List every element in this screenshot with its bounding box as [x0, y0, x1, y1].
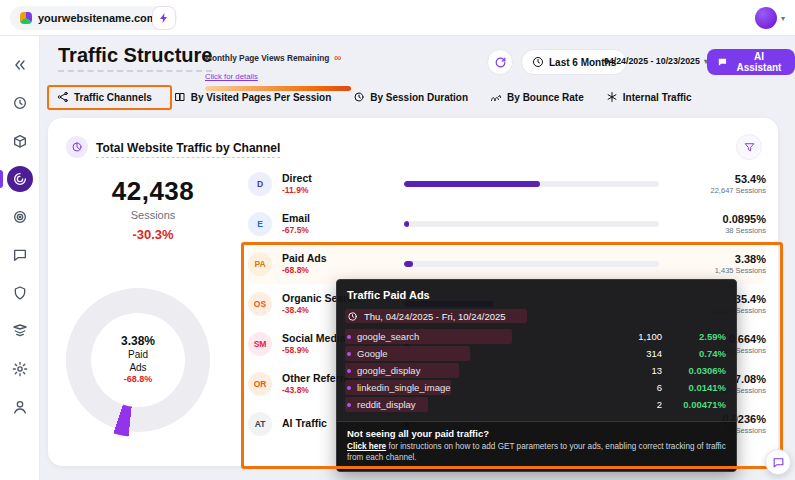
tooltip-date-range: Thu, 04/24/2025 - Fri, 10/24/2025: [364, 311, 506, 322]
tooltip-row-value: 1,100: [552, 331, 662, 342]
bounce-icon: [490, 91, 502, 103]
donut-center-change: -68.8%: [124, 374, 153, 385]
donut-center-label1: Paid: [128, 349, 148, 362]
network-icon: [57, 91, 69, 103]
monthly-views-details-link[interactable]: Click for details: [205, 72, 258, 81]
channel-badge: AT: [248, 412, 272, 436]
tooltip-row-value: 13: [552, 365, 662, 376]
ai-assistant-label: AI Assistant: [733, 51, 785, 73]
tooltip-row: Google 314 0.74%: [347, 345, 726, 362]
tooltip-row-pct: 2.59%: [662, 331, 726, 342]
tooltip-row-pct: 0.0306%: [662, 365, 726, 376]
gear-icon[interactable]: [7, 356, 33, 382]
date-range-selector[interactable]: 04/24/2025 - 10/23/2025 ▾: [604, 56, 708, 66]
tab-session-duration[interactable]: By Session Duration: [353, 91, 468, 103]
tab-label: By Bounce Rate: [507, 92, 584, 103]
monthly-views-widget: Monthly Page Views Remaining∞ Click for …: [205, 47, 363, 91]
products-icon[interactable]: [7, 128, 33, 154]
channel-stats: 53.4% 22,647 Sessions: [659, 172, 766, 196]
refresh-icon: [494, 56, 507, 69]
account-menu[interactable]: ▾: [755, 7, 785, 29]
tooltip-row-pct: 0.00471%: [662, 399, 726, 410]
channel-row[interactable]: PA Paid Ads -68.8% 3.38% 1,435 Sessions: [248, 244, 766, 284]
tooltip-footer: Not seeing all your paid traffic? Click …: [337, 421, 736, 471]
bullet-icon: [347, 369, 351, 373]
channel-badge: E: [248, 212, 272, 236]
bullet-icon: [347, 352, 351, 356]
goals-icon[interactable]: [7, 204, 33, 230]
topbar: yourwebsitename.com ▾ ▾: [0, 0, 795, 36]
donut-chart[interactable]: 3.38% Paid Ads -68.8%: [66, 288, 210, 432]
channel-badge: OR: [248, 372, 272, 396]
channel-percent: 53.4%: [659, 172, 766, 186]
tooltip-row-name: Google: [357, 348, 552, 359]
tooltip-rows: google_search 1,100 2.59% Google 314 0.7…: [347, 328, 726, 413]
totals-block: 42,438 Sessions -30.3%: [62, 176, 244, 242]
channel-row[interactable]: D Direct -11.9% 53.4% 22,647 Sessions: [248, 164, 766, 204]
channel-badge: SM: [248, 332, 272, 356]
page-title: Traffic Structure: [58, 44, 212, 72]
total-sessions-label: Sessions: [62, 209, 244, 221]
tooltip-click-here-link[interactable]: Click here: [347, 442, 386, 451]
tab-label: Internal Traffic: [623, 92, 692, 103]
tab-label: Traffic Channels: [74, 92, 152, 103]
user-icon[interactable]: [7, 394, 33, 420]
tooltip-footer-title: Not seeing all your paid traffic?: [347, 428, 726, 439]
bullet-icon: [347, 403, 351, 407]
pie-chart-icon: [66, 136, 88, 158]
channel-stats: 3.38% 1,435 Sessions: [659, 252, 766, 276]
chat-bubble-icon: [772, 456, 785, 469]
tooltip-row: google_search 1,100 2.59%: [347, 328, 726, 345]
tooltip-row-value: 314: [552, 348, 662, 359]
shield-icon[interactable]: [7, 280, 33, 306]
tab-label: By Visited Pages Per Session: [191, 92, 331, 103]
clock-icon: [353, 91, 365, 103]
ai-assistant-button[interactable]: AI Assistant: [707, 49, 795, 75]
clock-icon: [347, 311, 358, 322]
channel-percent: 0.0895%: [659, 212, 766, 226]
tabs: Traffic Channels By Visited Pages Per Se…: [57, 91, 692, 103]
tooltip-row-pct: 0.74%: [662, 348, 726, 359]
tab-traffic-channels[interactable]: Traffic Channels: [57, 91, 152, 103]
date-range-text: 04/24/2025 - 10/23/2025: [604, 56, 700, 66]
tooltip-date-row: Thu, 04/24/2025 - Fri, 10/24/2025: [347, 308, 726, 324]
channel-row[interactable]: E Email -67.5% 0.0895% 38 Sessions: [248, 204, 766, 244]
channel-badge: D: [248, 172, 272, 196]
tab-internal-traffic[interactable]: Internal Traffic: [606, 91, 692, 103]
channel-change: -11.9%: [282, 185, 404, 196]
tab-visited-pages-per-session[interactable]: By Visited Pages Per Session: [174, 91, 331, 103]
refresh-button[interactable]: [487, 49, 513, 75]
tooltip-row: reddit_display 2 0.00471%: [347, 396, 726, 413]
card-title: Total Website Traffic by Channel: [96, 141, 280, 158]
channel-bar: [404, 261, 659, 267]
channel-name: Paid Ads: [282, 252, 404, 266]
total-sessions-value: 42,438: [62, 176, 244, 207]
donut-center: 3.38% Paid Ads -68.8%: [91, 313, 185, 407]
channel-meta: Paid Ads -68.8%: [282, 252, 404, 277]
messages-icon[interactable]: [7, 242, 33, 268]
tooltip-row-name: google_search: [357, 331, 552, 342]
tooltip-footer-rest: for instructions on how to add GET param…: [347, 442, 726, 462]
sidebar-item-traffic-structure[interactable]: [7, 166, 33, 192]
collapse-sidebar-icon[interactable]: [7, 52, 33, 78]
tooltip-row-value: 2: [552, 399, 662, 410]
filter-button[interactable]: [736, 134, 762, 160]
monthly-views-label: Monthly Page Views Remaining: [205, 53, 329, 63]
chat-launcher-button[interactable]: [765, 449, 791, 475]
channel-badge: OS: [248, 292, 272, 316]
channel-sessions: 38 Sessions: [659, 226, 766, 236]
channel-sessions: 1,435 Sessions: [659, 266, 766, 276]
bolt-icon: [158, 12, 170, 24]
website-domain: yourwebsitename.com: [38, 12, 157, 24]
tab-bounce-rate[interactable]: By Bounce Rate: [490, 91, 584, 103]
funnels-icon[interactable]: [7, 318, 33, 344]
channel-name: Email: [282, 212, 404, 226]
channel-badge: PA: [248, 252, 272, 276]
avatar[interactable]: [755, 7, 777, 29]
tooltip-row-pct: 0.0141%: [662, 382, 726, 393]
quick-actions-button[interactable]: [152, 6, 176, 30]
paid-ads-tooltip: Traffic Paid Ads Thu, 04/24/2025 - Fri, …: [336, 279, 737, 472]
channel-bar-fill: [404, 261, 413, 267]
channel-bar: [404, 221, 659, 227]
dashboard-icon[interactable]: [7, 90, 33, 116]
